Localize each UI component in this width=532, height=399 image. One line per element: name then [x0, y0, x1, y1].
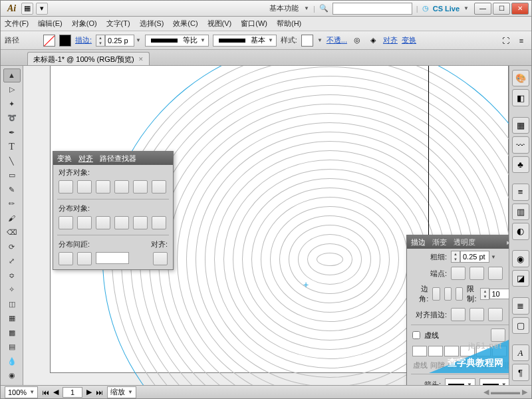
align-link[interactable]: 对齐: [383, 35, 398, 45]
dist-bottom-button[interactable]: [96, 216, 110, 229]
nav-prev-icon[interactable]: ◀: [53, 388, 59, 396]
dock-appearance-icon[interactable]: ◉: [512, 250, 529, 267]
panel-collapse-icon[interactable]: ▸▸: [507, 238, 509, 247]
cap-square-button[interactable]: [488, 267, 503, 280]
magic-wand-tool[interactable]: ✦: [3, 97, 21, 111]
line-tool[interactable]: ╲: [3, 154, 21, 168]
menu-effect[interactable]: 效果(C): [173, 19, 198, 29]
stroke-swatch[interactable]: [59, 35, 71, 47]
workspace-selector[interactable]: 基本功能: [269, 3, 299, 13]
menu-select[interactable]: 选择(S): [140, 19, 164, 29]
dist-spacing-h-button[interactable]: [77, 252, 92, 265]
search-input[interactable]: [332, 3, 412, 15]
direct-select-tool[interactable]: ▷: [3, 83, 21, 97]
close-button[interactable]: ✕: [511, 3, 529, 15]
transform-link[interactable]: 变换: [402, 35, 416, 45]
dist-right-button[interactable]: [152, 216, 166, 229]
mesh-tool[interactable]: ▩: [3, 326, 21, 340]
gradient-tool[interactable]: ▤: [3, 340, 21, 354]
dash-profile-combo[interactable]: 等比▼: [145, 35, 209, 47]
alignto-button[interactable]: [153, 252, 168, 265]
corner-bevel-button[interactable]: [456, 287, 463, 301]
page-field[interactable]: 1: [63, 387, 82, 398]
pen-tool[interactable]: ✒: [3, 126, 21, 140]
dash1-field[interactable]: [412, 346, 427, 356]
blend-tool[interactable]: ◉: [3, 369, 21, 383]
pencil-tool[interactable]: ✏: [3, 198, 21, 211]
eyedropper-tool[interactable]: 💧: [3, 354, 21, 368]
app-toggle-icon[interactable]: ▦: [21, 3, 33, 15]
dock-symbols-icon[interactable]: ♣: [512, 156, 529, 173]
dist-vcenter-button[interactable]: [77, 216, 92, 229]
dock-character-icon[interactable]: A: [512, 344, 529, 361]
dock-brushes-icon[interactable]: 〰: [512, 136, 529, 153]
rotate-tool[interactable]: ⟳: [3, 240, 21, 254]
limit-field[interactable]: ▲▼10: [480, 288, 509, 300]
selection-tool[interactable]: ▲: [3, 68, 21, 82]
tab-gradient[interactable]: 渐变: [432, 237, 447, 247]
free-transform-tool[interactable]: ✧: [3, 283, 21, 297]
dock-transparency-icon[interactable]: ◐: [512, 223, 529, 239]
dock-gradient-icon[interactable]: ▥: [512, 203, 529, 220]
scale-tool[interactable]: ⤢: [3, 255, 21, 269]
dist-left-button[interactable]: [114, 216, 129, 229]
controlbar-menu-icon[interactable]: ≡: [515, 35, 527, 47]
isolate-icon[interactable]: ⛶: [499, 35, 511, 47]
nav-next-icon[interactable]: ▶: [86, 388, 92, 396]
align-top-button[interactable]: [114, 180, 129, 194]
dash-checkbox[interactable]: [412, 331, 420, 339]
close-tab-icon[interactable]: ✕: [138, 53, 144, 66]
tab-align[interactable]: 对齐: [78, 154, 93, 164]
dock-stroke-icon[interactable]: ≡: [512, 184, 529, 200]
menu-type[interactable]: 文字(T): [106, 19, 130, 29]
mode-combo[interactable]: 缩放▼: [107, 386, 136, 398]
menu-object[interactable]: 对象(O): [72, 19, 97, 29]
arrow-start-combo[interactable]: ▼: [445, 378, 475, 385]
dist-hcenter-button[interactable]: [133, 216, 148, 229]
nav-first-icon[interactable]: ⏮: [42, 388, 49, 396]
perspective-tool[interactable]: ▦: [3, 312, 21, 326]
fill-swatch[interactable]: [43, 35, 55, 47]
cslive-link[interactable]: CS Live: [433, 5, 460, 13]
weight-field[interactable]: ▲▼0.25 pt▼: [451, 251, 496, 263]
menu-file[interactable]: 文件(F): [5, 19, 29, 29]
rectangle-tool[interactable]: ▭: [3, 169, 21, 183]
tab-transform[interactable]: 变换: [57, 154, 72, 164]
corner-round-button[interactable]: [444, 287, 452, 301]
align-bottom-button[interactable]: [152, 180, 166, 194]
corner-miter-button[interactable]: [432, 287, 440, 301]
align-vcenter-button[interactable]: [133, 180, 148, 194]
recolor2-icon[interactable]: ◈: [367, 35, 379, 47]
app-arrange-icon[interactable]: ▾: [36, 3, 48, 15]
brush-tool[interactable]: ✎: [3, 183, 21, 197]
dock-artboards-icon[interactable]: ▢: [512, 317, 529, 334]
align-right-button[interactable]: [96, 180, 110, 194]
blob-brush-tool[interactable]: 🖌: [3, 211, 21, 225]
tab-transparency[interactable]: 透明度: [454, 237, 475, 247]
align-panel[interactable]: 变换 对齐 路径查找器 对齐对象: 分布对象:: [53, 151, 174, 270]
dock-layers-icon[interactable]: ≣: [512, 297, 529, 314]
width-tool[interactable]: ≎: [3, 269, 21, 283]
stroke-weight-field[interactable]: ▲▼0.25 p▼: [96, 35, 141, 47]
alignstroke-outside-button[interactable]: [488, 308, 503, 321]
dist-spacing-v-button[interactable]: [59, 252, 73, 265]
spacing-field[interactable]: [96, 252, 129, 264]
dist-top-button[interactable]: [59, 216, 73, 229]
menu-help[interactable]: 帮助(H): [277, 19, 301, 29]
arrow-end-combo[interactable]: ▼: [479, 378, 509, 385]
lasso-tool[interactable]: ➰: [3, 112, 21, 126]
alignstroke-center-button[interactable]: [451, 308, 466, 321]
dock-colorguide-icon[interactable]: ◧: [512, 89, 529, 106]
cap-butt-button[interactable]: [451, 267, 466, 280]
tab-pathfinder[interactable]: 路径查找器: [100, 154, 136, 164]
menu-edit[interactable]: 编辑(E): [38, 19, 63, 29]
canvas-area[interactable]: + 变换 对齐 路径查找器 对齐对象:: [23, 66, 509, 385]
dock-color-icon[interactable]: 🎨: [512, 70, 529, 86]
nav-last-icon[interactable]: ⏭: [96, 388, 103, 396]
brush-combo[interactable]: 基本▼: [213, 35, 277, 47]
stroke-link[interactable]: 描边:: [75, 35, 92, 45]
style-swatch[interactable]: [301, 35, 313, 47]
align-left-button[interactable]: [59, 180, 73, 194]
alignstroke-inside-button[interactable]: [469, 308, 484, 321]
menu-view[interactable]: 视图(V): [207, 19, 232, 29]
